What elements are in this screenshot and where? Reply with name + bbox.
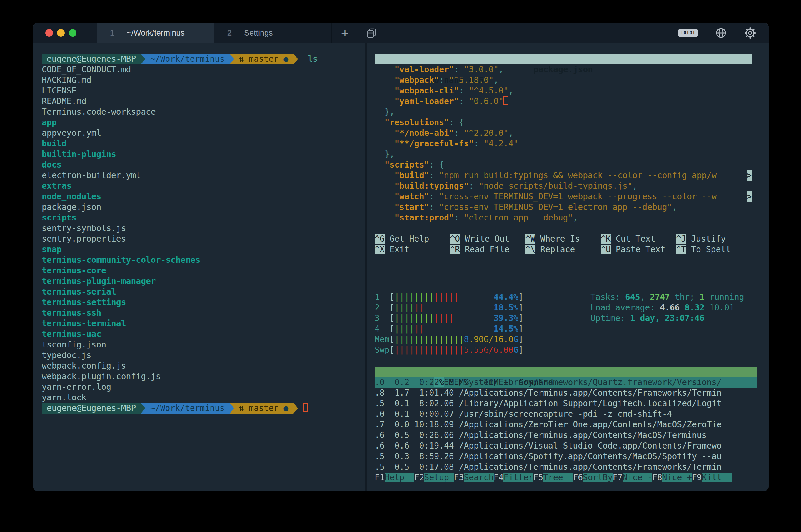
code-token: "^5.18.0" [449, 75, 494, 85]
meter-bracket: [ [390, 303, 395, 312]
shortcut-label: Get Help [385, 234, 429, 244]
code-token: : { [449, 118, 464, 127]
meter-value: 18.5% [494, 303, 518, 312]
file-name: sentry-symbols.js [42, 223, 126, 233]
list-item: node_modules [42, 191, 365, 202]
meter-padding [454, 313, 494, 323]
directory-name: terminus-core [42, 266, 106, 276]
code-token: "build:typings" [394, 181, 469, 191]
directory-name: terminus-terminal [42, 319, 126, 328]
meter-label: 3 [375, 313, 390, 323]
process-row-selected: .0 0.2 0:22.66 /System/Library/Framework… [375, 377, 758, 388]
code-token [375, 75, 394, 85]
tab-title: Settings [244, 28, 273, 38]
meter-value: G [514, 345, 518, 355]
code-token: "build" [394, 170, 429, 180]
globe-icon[interactable] [715, 27, 727, 39]
function-key-label: Search [464, 473, 493, 482]
meter-bars: |||||||| [394, 313, 434, 323]
list-item: app [42, 117, 365, 128]
powerline-arrow-icon [294, 54, 298, 64]
code-token [375, 170, 394, 180]
list-item: docs [42, 159, 365, 170]
pane-divider[interactable] [365, 43, 367, 491]
prompt-user-segment: eugene@Eugenes-MBP [42, 403, 141, 414]
directory-name: terminus-ssh [42, 308, 101, 318]
shell-prompt: eugene@Eugenes-MBP ~/Work/terminus ⇅ mas… [42, 54, 365, 64]
list-item: Terminus.code-workspace [42, 107, 365, 117]
code-token: "cross-env TERMINUS_DEV=1 webpack --prog… [439, 192, 716, 201]
code-token: "^4.5.0" [469, 86, 508, 96]
terminal-pane-left[interactable]: eugene@Eugenes-MBP ~/Work/terminus ⇅ mas… [33, 43, 365, 491]
code-token: : [439, 75, 449, 85]
tab-index: 2 [227, 28, 232, 38]
process-rows: .0 0.2 0:22.66 /System/Library/Framework… [375, 377, 758, 472]
function-key: F9 [692, 473, 702, 482]
code-token: : [474, 139, 484, 148]
function-key-label: Kill [702, 473, 732, 482]
meter-bars: || [414, 324, 424, 334]
minimize-window-button[interactable] [57, 29, 65, 37]
traffic-lights [33, 23, 97, 43]
htop-summary-line: Uptime: 1 day, 23:07:46 [591, 313, 744, 324]
directory-name: build [42, 139, 67, 148]
settings-gear-icon[interactable] [744, 27, 756, 39]
summary-token: 645 [625, 292, 640, 302]
list-item: scripts [42, 212, 365, 223]
new-tab-button[interactable]: + [332, 23, 358, 43]
close-window-button[interactable] [45, 29, 53, 37]
htop-meter: Mem[||||||||||||||8.90G/16.0G] [375, 334, 769, 345]
directory-name: snap [42, 245, 61, 254]
function-key-label: Tree [543, 473, 573, 482]
shortcut-key: ^T [676, 245, 686, 254]
nano-shortcut: ^K Cut Text [601, 234, 676, 244]
meter-bars: |||| [394, 324, 414, 334]
code-token [375, 181, 394, 191]
code-token: : [454, 128, 464, 138]
terminal-pane-right[interactable]: package.json GNU nano 4.5 "val-loader": … [367, 43, 769, 491]
code-token: : [469, 181, 479, 191]
list-item: builtin-plugins [42, 149, 365, 159]
meter-value: 8 [464, 335, 469, 344]
meter-bars: |||| [434, 313, 454, 323]
shortcut-key: ^W [525, 234, 536, 244]
file-name: README.md [42, 96, 87, 106]
code-token: "start:prod" [394, 213, 454, 223]
tab-settings[interactable]: 2 Settings [215, 23, 332, 43]
code-token: , [573, 213, 578, 223]
directory-name: extras [42, 181, 72, 191]
nano-code-line: "*/node-abi": "^2.20.0", [375, 128, 751, 138]
meter-padding [424, 303, 494, 312]
split-duplicate-button[interactable] [358, 23, 385, 43]
summary-token: , [640, 292, 650, 302]
summary-token: 4.66 [660, 303, 679, 312]
file-name: tsconfig.json [42, 340, 106, 349]
nano-code-line: "scripts": { [375, 159, 751, 170]
meter-label: 2 [375, 303, 390, 312]
function-key: F2 [414, 473, 424, 482]
code-token: , [672, 202, 677, 212]
function-key-label: Nice + [662, 473, 692, 482]
htop-summary-line: Load average: 4.66 8.32 10.01 [591, 302, 744, 313]
shortcut-label: Cut Text [611, 234, 655, 244]
git-dirty-icon: ● [283, 54, 294, 64]
process-row: .6 0.5 0:26.06 /Applications/Terminus.ap… [375, 430, 758, 441]
nano-shortcut: ^W Where Is [525, 234, 601, 244]
serial-ports-icon[interactable]: IOIOI [678, 29, 698, 37]
terminal-cursor [303, 403, 308, 412]
code-token: "resolutions" [385, 118, 449, 127]
process-row: .5 0.5 0:17.08 /Applications/Terminus.ap… [375, 462, 758, 472]
function-key: F3 [454, 473, 464, 482]
nano-shortcut: ^J Justify [676, 234, 751, 244]
code-token: : [429, 192, 439, 201]
directory-name: terminus-uac [42, 329, 101, 339]
shortcut-key: ^K [601, 234, 611, 244]
zoom-window-button[interactable] [69, 29, 76, 37]
list-item: terminus-settings [42, 297, 365, 308]
tab-work-terminus[interactable]: 1 ~/Work/terminus [97, 23, 215, 43]
summary-token: 2747 [650, 292, 670, 302]
list-item: terminus-uac [42, 329, 365, 340]
code-token [375, 96, 394, 106]
code-token: : [459, 96, 469, 106]
line-overflow-marker: > [747, 170, 751, 181]
